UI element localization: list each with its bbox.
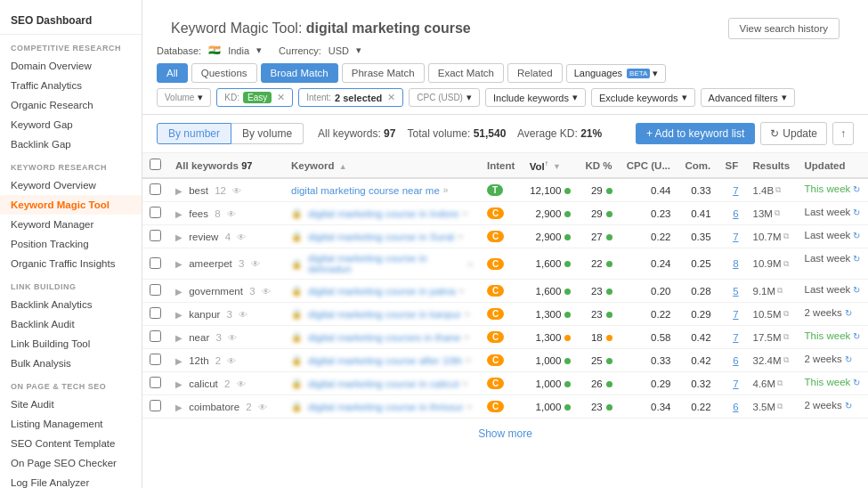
sidebar-item-bulk-analysis[interactable]: Bulk Analysis — [0, 354, 142, 373]
languages-button[interactable]: Languages BETA ▾ — [566, 64, 667, 83]
by-number-button[interactable]: By number — [157, 123, 231, 144]
expand-icon-2[interactable]: ▶ — [175, 232, 183, 242]
td-group-7[interactable]: ▶ 12th 2 👁 — [168, 349, 284, 372]
row-checkbox-2[interactable] — [150, 230, 161, 241]
eye-icon-2[interactable]: 👁 — [237, 232, 246, 242]
td-keyword-4[interactable]: 🔒 digital marketing course in patna » — [284, 280, 480, 303]
exclude-keywords-filter[interactable]: Exclude keywords ▾ — [591, 88, 695, 107]
th-updated[interactable]: Updated — [798, 153, 868, 178]
th-volume[interactable]: Vol↑ ▼ — [523, 153, 579, 178]
td-keyword-3[interactable]: 🔒 digital marketing course in dehradun » — [284, 248, 480, 280]
export-button[interactable]: ↑ — [832, 122, 854, 145]
td-sf-6[interactable]: 7 — [718, 326, 746, 349]
sidebar-item-backlink-gap[interactable]: Backlink Gap — [0, 134, 142, 154]
td-checkbox[interactable] — [142, 178, 168, 202]
td-checkbox[interactable] — [142, 303, 168, 326]
tab-broad-match[interactable]: Broad Match — [261, 63, 338, 83]
sidebar-item-on-page-seo-checker[interactable]: On Page SEO Checker — [0, 453, 142, 473]
td-sf-4[interactable]: 5 — [718, 280, 746, 303]
td-checkbox[interactable] — [142, 225, 168, 248]
td-group-4[interactable]: ▶ government 3 👁 — [168, 280, 284, 303]
row-checkbox-4[interactable] — [150, 284, 161, 296]
td-sf-3[interactable]: 8 — [718, 248, 746, 280]
td-checkbox[interactable] — [142, 326, 168, 349]
expand-icon-3[interactable]: ▶ — [175, 259, 183, 269]
td-sf-9[interactable]: 6 — [718, 395, 746, 419]
tab-phrase-match[interactable]: Phrase Match — [342, 63, 425, 83]
td-group-0[interactable]: ▶ best 12 👁 — [168, 178, 284, 202]
td-sf-5[interactable]: 7 — [718, 303, 746, 326]
sidebar-item-backlink-analytics[interactable]: Backlink Analytics — [0, 295, 142, 314]
expand-icon-1[interactable]: ▶ — [175, 209, 183, 219]
row-checkbox-6[interactable] — [150, 330, 161, 342]
td-group-6[interactable]: ▶ near 3 👁 — [168, 326, 284, 349]
th-com[interactable]: Com. — [677, 153, 718, 178]
sidebar-item-keyword-manager[interactable]: Keyword Manager — [0, 215, 142, 234]
td-sf-8[interactable]: 7 — [718, 372, 746, 395]
sidebar-item-keyword-magic-tool[interactable]: Keyword Magic Tool — [0, 195, 142, 215]
td-sf-2[interactable]: 7 — [718, 225, 746, 248]
td-keyword-5[interactable]: 🔒 digital marketing course in kanpur » — [284, 303, 480, 326]
td-sf-0[interactable]: 7 — [718, 178, 746, 202]
td-group-5[interactable]: ▶ kanpur 3 👁 — [168, 303, 284, 326]
tab-exact-match[interactable]: Exact Match — [428, 63, 504, 83]
td-keyword-0[interactable]: digital marketing course near me » — [284, 178, 480, 202]
sidebar-item-traffic-analytics[interactable]: Traffic Analytics — [0, 76, 142, 95]
td-keyword-1[interactable]: 🔒 digital marketing course in Indore » — [284, 202, 480, 225]
td-keyword-8[interactable]: 🔒 digital marketing course in calicut » — [284, 372, 480, 395]
td-keyword-7[interactable]: 🔒 digital marketing course after 10th » — [284, 349, 480, 372]
update-button[interactable]: ↻ Update — [760, 122, 827, 145]
td-checkbox[interactable] — [142, 372, 168, 395]
row-checkbox-3[interactable] — [150, 257, 161, 269]
row-checkbox-9[interactable] — [150, 400, 161, 411]
expand-icon-4[interactable]: ▶ — [175, 287, 183, 297]
th-intent[interactable]: Intent — [480, 153, 523, 178]
sidebar-item-domain-overview[interactable]: Domain Overview — [0, 56, 142, 76]
sidebar-item-backlink-audit[interactable]: Backlink Audit — [0, 314, 142, 334]
th-cpc[interactable]: CPC (U... — [620, 153, 678, 178]
eye-icon-7[interactable]: 👁 — [227, 356, 236, 366]
sidebar-item-organic-traffic-insights[interactable]: Organic Traffic Insights — [0, 254, 142, 273]
sidebar-item-site-audit[interactable]: Site Audit — [0, 394, 142, 414]
row-checkbox-1[interactable] — [150, 207, 161, 218]
sidebar-item-listing-management[interactable]: Listing Management — [0, 414, 142, 434]
advanced-filters[interactable]: Advanced filters ▾ — [701, 88, 795, 107]
td-group-9[interactable]: ▶ coimbatore 2 👁 — [168, 395, 284, 419]
include-keywords-filter[interactable]: Include keywords ▾ — [485, 88, 586, 107]
expand-icon-9[interactable]: ▶ — [175, 403, 183, 412]
td-checkbox[interactable] — [142, 280, 168, 303]
eye-icon-8[interactable]: 👁 — [237, 379, 246, 389]
sidebar-item-link-building-tool[interactable]: Link Building Tool — [0, 334, 142, 354]
th-sf[interactable]: SF — [718, 153, 746, 178]
sidebar-item-log-file-analyzer[interactable]: Log File Analyzer — [0, 473, 142, 488]
th-kd[interactable]: KD % — [578, 153, 619, 178]
eye-icon-3[interactable]: 👁 — [251, 259, 260, 269]
intent-filter[interactable]: Intent: 2 selected ✕ — [298, 88, 403, 107]
by-volume-button[interactable]: By volume — [231, 123, 304, 144]
view-history-button[interactable]: View search history — [728, 18, 840, 39]
eye-icon-1[interactable]: 👁 — [227, 209, 236, 219]
td-group-3[interactable]: ▶ ameerpet 3 👁 — [168, 248, 284, 280]
cpc-filter[interactable]: CPC (USD) ▾ — [409, 88, 480, 107]
eye-icon-0[interactable]: 👁 — [232, 186, 241, 196]
kd-close-icon[interactable]: ✕ — [277, 92, 285, 103]
expand-icon-6[interactable]: ▶ — [175, 333, 183, 343]
th-results[interactable]: Results — [746, 153, 798, 178]
td-group-2[interactable]: ▶ review 4 👁 — [168, 225, 284, 248]
sidebar-item-seo-content-template[interactable]: SEO Content Template — [0, 434, 142, 453]
td-keyword-2[interactable]: 🔒 digital marketing course in Surat » — [284, 225, 480, 248]
td-sf-7[interactable]: 6 — [718, 349, 746, 372]
th-keyword[interactable]: Keyword ▲ — [284, 153, 480, 178]
chevron-down-icon[interactable]: ▾ — [256, 45, 262, 56]
eye-icon-4[interactable]: 👁 — [262, 287, 271, 297]
eye-icon-9[interactable]: 👁 — [258, 403, 267, 412]
expand-icon-0[interactable]: ▶ — [175, 186, 183, 196]
td-group-8[interactable]: ▶ calicut 2 👁 — [168, 372, 284, 395]
select-all-checkbox[interactable] — [150, 159, 161, 170]
sidebar-item-organic-research[interactable]: Organic Research — [0, 95, 142, 115]
row-checkbox-8[interactable] — [150, 377, 161, 388]
td-checkbox[interactable] — [142, 349, 168, 372]
volume-filter[interactable]: Volume ▾ — [157, 88, 211, 107]
td-keyword-6[interactable]: 🔒 digital marketing courses in thane » — [284, 326, 480, 349]
row-checkbox-0[interactable] — [150, 183, 161, 195]
